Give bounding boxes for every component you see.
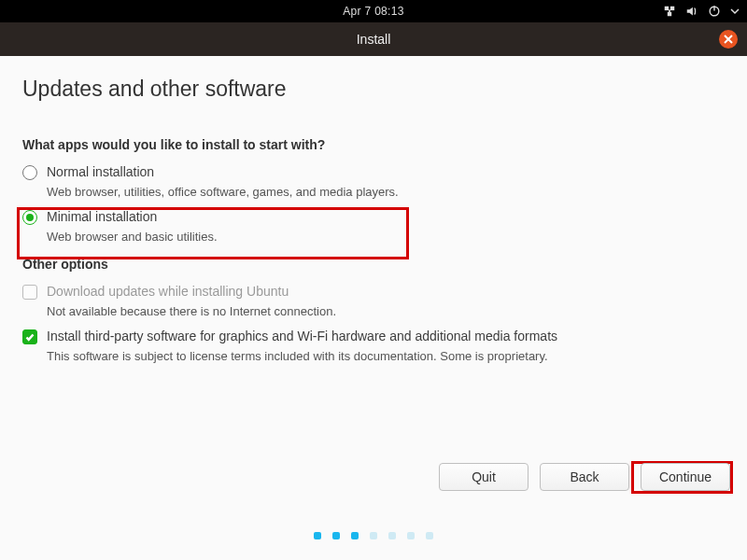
- gnome-top-panel: Apr 7 08:13: [0, 0, 747, 22]
- installer-page: Updates and other software What apps wou…: [0, 56, 747, 371]
- checkbox-icon: [22, 285, 37, 300]
- option-desc: This software is subject to license term…: [47, 349, 557, 363]
- dot: [351, 532, 359, 539]
- action-bar: Quit Back Continue: [0, 463, 747, 491]
- panel-tray[interactable]: [663, 0, 740, 22]
- option-label: Normal installation: [47, 164, 399, 179]
- dot: [314, 532, 321, 539]
- svg-rect-0: [665, 7, 669, 10]
- option-desc: Web browser, utilities, office software,…: [47, 185, 399, 199]
- dot: [370, 532, 377, 539]
- option-third-party[interactable]: Install third-party software for graphic…: [22, 326, 725, 371]
- option-desc: Web browser and basic utilities.: [47, 230, 218, 244]
- continue-button[interactable]: Continue: [641, 463, 730, 491]
- option-minimal-installation[interactable]: Minimal installation Web browser and bas…: [22, 206, 725, 251]
- option-label: Download updates while installing Ubuntu: [47, 284, 336, 299]
- dot: [332, 532, 340, 539]
- quit-button[interactable]: Quit: [439, 463, 529, 491]
- svg-rect-5: [713, 6, 714, 10]
- dot: [407, 532, 415, 539]
- option-label: Install third-party software for graphic…: [47, 329, 557, 343]
- apps-question: What apps would you like to install to s…: [22, 137, 725, 152]
- network-icon: [663, 5, 676, 18]
- option-label: Minimal installation: [47, 209, 218, 224]
- dot: [426, 532, 433, 539]
- radio-icon: [22, 165, 37, 180]
- page-heading: Updates and other software: [22, 77, 725, 102]
- power-icon: [708, 5, 721, 18]
- svg-rect-1: [670, 7, 674, 10]
- panel-clock: Apr 7 08:13: [343, 5, 403, 18]
- dot: [388, 532, 396, 539]
- window-titlebar: Install: [0, 22, 747, 56]
- checkbox-icon: [22, 329, 37, 344]
- svg-rect-3: [669, 9, 670, 13]
- radio-icon: [22, 210, 37, 225]
- chevron-down-icon: [730, 7, 740, 16]
- progress-dots: [0, 532, 747, 539]
- window-title: Install: [357, 32, 391, 47]
- back-button[interactable]: Back: [540, 463, 629, 491]
- other-options-label: Other options: [22, 257, 725, 272]
- volume-icon: [685, 5, 698, 18]
- option-desc: Not available because there is no Intern…: [47, 304, 336, 318]
- option-download-updates: Download updates while installing Ubuntu…: [22, 281, 725, 326]
- close-button[interactable]: [719, 30, 738, 49]
- option-normal-installation[interactable]: Normal installation Web browser, utiliti…: [22, 161, 725, 206]
